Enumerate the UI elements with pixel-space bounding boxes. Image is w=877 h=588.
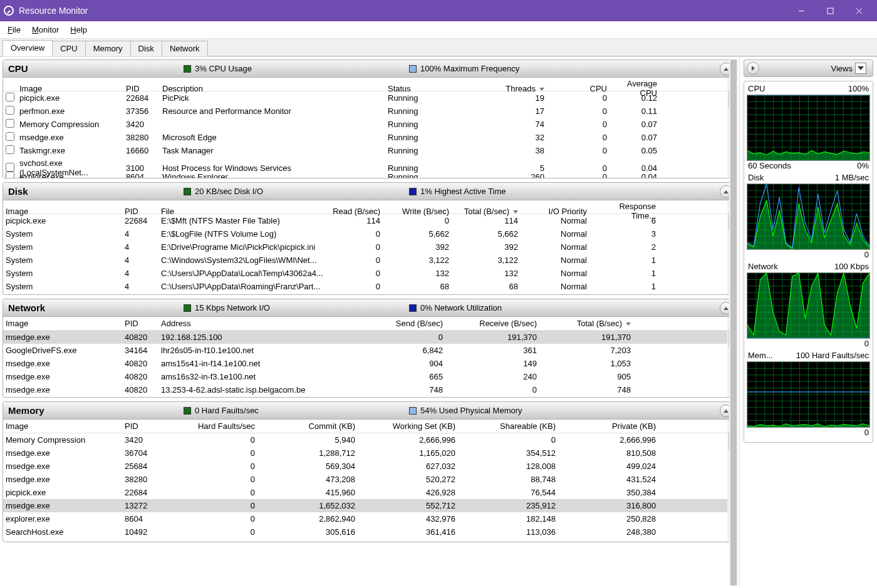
- table-row[interactable]: System4C:\Windows\System32\LogFiles\WMI\…: [3, 254, 736, 267]
- table-row[interactable]: picpick.exe22684PicPickRunning1900.12: [3, 91, 736, 105]
- col-header[interactable]: Write (B/sec): [387, 207, 455, 216]
- row-checkbox[interactable]: [6, 106, 14, 115]
- left-pane-scrollbar[interactable]: [729, 59, 738, 585]
- cell-image: msedge.exe: [6, 359, 125, 368]
- menubar: File Monitor Help: [0, 21, 877, 39]
- table-row[interactable]: msedge.exe382800473,208520,27288,748431,…: [3, 473, 736, 486]
- table-row[interactable]: msedge.exe256840569,304627,032128,008499…: [3, 460, 736, 473]
- cell-image: msedge.exe: [6, 448, 125, 458]
- section-memory-header[interactable]: Memory 0 Hard Faults/sec 54% Used Physic…: [3, 402, 736, 420]
- table-row[interactable]: explorer.exe860402,862,940432,976182,148…: [3, 512, 736, 525]
- cell-pid: 3420: [126, 120, 162, 129]
- cell-pid: 4: [125, 255, 161, 265]
- tab-cpu[interactable]: CPU: [52, 41, 85, 56]
- col-header[interactable]: Total (B/sec): [455, 207, 524, 216]
- maximize-button[interactable]: [816, 0, 844, 21]
- col-header[interactable]: Status: [388, 84, 488, 93]
- table-row[interactable]: Memory Compression3420Running7400.07: [3, 118, 736, 131]
- table-row[interactable]: Taskmgr.exe16660Task ManagerRunning3800.…: [3, 144, 736, 157]
- table-row[interactable]: System4C:\Users\JP\AppData\Local\Temp\43…: [3, 267, 736, 280]
- col-header[interactable]: Address: [161, 319, 361, 328]
- col-header[interactable]: PID: [125, 319, 161, 328]
- cell-prio: Normal: [524, 269, 593, 278]
- table-row[interactable]: msedge.exe40820ams16s32-in-f3.1e100.net6…: [3, 370, 736, 383]
- cell-pid: 22684: [125, 216, 161, 225]
- col-header[interactable]: Receive (B/sec): [449, 319, 543, 328]
- cell-prio: Normal: [524, 229, 593, 239]
- col-header[interactable]: Shareable (KB): [462, 421, 562, 431]
- close-button[interactable]: [844, 0, 873, 21]
- row-checkbox[interactable]: [6, 172, 14, 178]
- table-row[interactable]: picpick.exe226840415,960426,92876,544350…: [3, 486, 736, 499]
- tab-memory[interactable]: Memory: [85, 41, 131, 56]
- cell-write: 132: [387, 269, 455, 278]
- views-dropdown[interactable]: Views: [828, 61, 870, 75]
- col-header[interactable]: PID: [125, 421, 161, 431]
- row-checkbox[interactable]: [6, 93, 14, 101]
- mem-used-swatch: [409, 407, 417, 415]
- col-header[interactable]: File: [161, 207, 324, 216]
- graph-canvas: [747, 95, 870, 161]
- col-header[interactable]: Hard Faults/sec: [161, 421, 261, 431]
- section-disk-header[interactable]: Disk 20 KB/sec Disk I/O 1% Highest Activ…: [3, 183, 736, 200]
- col-header[interactable]: Read (B/sec): [324, 207, 387, 216]
- col-header[interactable]: Image: [19, 84, 126, 93]
- cell-prio: Normal: [524, 282, 593, 291]
- cell-share: 182,148: [462, 514, 562, 524]
- graph-title-right: 1 MB/sec: [835, 173, 869, 182]
- col-header[interactable]: Working Set (KB): [361, 421, 462, 431]
- row-checkbox[interactable]: [6, 119, 14, 128]
- table-row[interactable]: msedge.exe38280Microsoft EdgeRunning3200…: [3, 131, 736, 144]
- col-header[interactable]: Threads: [488, 84, 551, 93]
- row-checkbox[interactable]: [6, 163, 14, 172]
- col-header[interactable]: Image: [6, 319, 125, 328]
- col-header[interactable]: Image: [6, 207, 125, 216]
- net-io-swatch: [184, 304, 191, 312]
- col-header[interactable]: Total (B/sec): [543, 319, 637, 328]
- tab-overview[interactable]: Overview: [3, 40, 53, 56]
- section-cpu-header[interactable]: CPU 3% CPU Usage 100% Maximum Frequency: [3, 60, 736, 78]
- table-row[interactable]: perfmon.exe37356Resource and Performance…: [3, 105, 736, 118]
- graph-memory: Mem...100 Hard Faults/sec0: [747, 351, 870, 437]
- cell-read: 0: [324, 242, 387, 252]
- col-header[interactable]: I/O Priority: [524, 207, 593, 216]
- table-row[interactable]: msedge.exe40820192.168.125.1000191,37019…: [3, 331, 736, 344]
- col-header[interactable]: Image: [6, 421, 125, 431]
- row-checkbox[interactable]: [6, 145, 14, 154]
- col-header[interactable]: PID: [125, 207, 161, 216]
- table-row[interactable]: Memory Compression342005,9402,666,99602,…: [3, 433, 736, 446]
- row-checkbox[interactable]: [6, 132, 14, 141]
- cell-pid: 40820: [125, 359, 161, 368]
- tab-disk[interactable]: Disk: [130, 41, 162, 56]
- section-network-header[interactable]: Network 15 Kbps Network I/O 0% Network U…: [3, 299, 736, 317]
- col-header[interactable]: PID: [126, 84, 162, 93]
- cell-total: 3,122: [455, 255, 524, 265]
- table-row[interactable]: SearchHost.exe104920305,616361,416113,03…: [3, 525, 736, 539]
- chevron-right-icon[interactable]: [747, 62, 759, 75]
- table-row[interactable]: msedge.exe3670401,288,7121,165,020354,51…: [3, 446, 736, 460]
- table-row[interactable]: msedge.exe1327201,652,032552,712235,9123…: [3, 499, 736, 512]
- table-row[interactable]: svchost.exe (LocalSystemNet...3100Host P…: [3, 157, 736, 170]
- chevron-down-icon: [855, 63, 866, 74]
- table-row[interactable]: GoogleDriveFS.exe34164lhr26s05-in-f10.1e…: [3, 344, 736, 357]
- col-header[interactable]: Private (KB): [562, 421, 662, 431]
- minimize-button[interactable]: [787, 0, 816, 21]
- menu-monitor[interactable]: Monitor: [32, 25, 59, 34]
- menu-help[interactable]: Help: [70, 25, 87, 34]
- col-header[interactable]: Commit (KB): [261, 421, 361, 431]
- cell-rt: 1: [593, 282, 662, 291]
- menu-file[interactable]: File: [8, 25, 21, 34]
- table-row[interactable]: msedge.exe40820ams15s41-in-f14.1e100.net…: [3, 357, 736, 370]
- table-row[interactable]: System4C:\Users\JP\AppData\Roaming\Franz…: [3, 280, 736, 293]
- table-row[interactable]: msedge.exe4082013.253-4-62.adsl-static.i…: [3, 383, 736, 396]
- cell-desc: Resource and Performance Monitor: [162, 106, 388, 116]
- table-row[interactable]: System4E:\$LogFile (NTFS Volume Log)05,6…: [3, 227, 736, 240]
- col-header[interactable]: CPU: [551, 84, 613, 93]
- col-header[interactable]: Send (B/sec): [361, 319, 449, 328]
- col-header[interactable]: Description: [162, 84, 388, 93]
- cell-write: 5,662: [387, 229, 455, 239]
- cell-priv: 316,800: [562, 501, 662, 510]
- tab-network[interactable]: Network: [162, 41, 208, 56]
- table-row[interactable]: System4E:\Drive\Programe Mici\PickPick\p…: [3, 240, 736, 254]
- table-row[interactable]: picpick.exe22684E:\$Mft (NTFS Master Fil…: [3, 214, 736, 227]
